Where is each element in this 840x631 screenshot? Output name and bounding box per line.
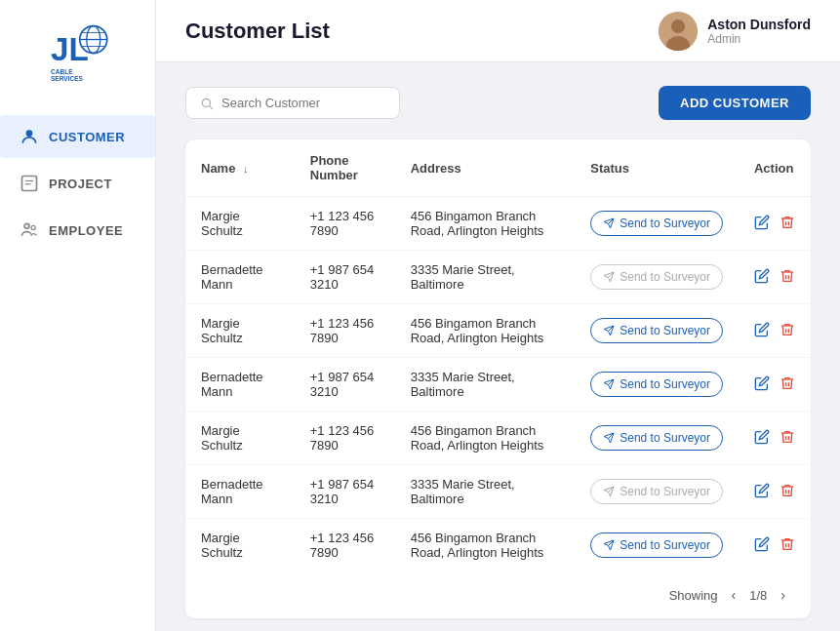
avatar-image: [659, 12, 698, 51]
trash-icon: [780, 322, 795, 337]
pencil-icon: [754, 429, 770, 445]
trash-icon: [780, 483, 795, 498]
sidebar: JL CABLE SERVICES CUSTOMER PROJECT: [0, 0, 156, 631]
send-to-surveyor-button[interactable]: Send to Surveyor: [590, 479, 723, 504]
send-to-surveyor-button[interactable]: Send to Surveyor: [590, 532, 723, 558]
svg-text:SERVICES: SERVICES: [51, 75, 84, 82]
svg-point-15: [671, 20, 685, 33]
sort-icon[interactable]: ↓: [243, 163, 249, 175]
delete-button[interactable]: [780, 536, 795, 555]
cell-name: Margie Schultz: [185, 197, 295, 251]
pencil-icon: [754, 322, 770, 337]
send-to-surveyor-button[interactable]: Send to Surveyor: [590, 264, 723, 290]
cell-name: Margie Schultz: [185, 304, 295, 358]
table-row: Margie Schultz +1 123 456 7890 456 Binga…: [185, 197, 811, 251]
pencil-icon: [754, 268, 770, 284]
customer-table: Name ↓ Phone Number Address Status Actio…: [185, 139, 811, 618]
cell-address: 3335 Marie Street, Baltimore: [395, 465, 576, 519]
edit-button[interactable]: [754, 322, 770, 340]
trash-icon: [780, 268, 795, 284]
send-to-surveyor-button[interactable]: Send to Surveyor: [590, 211, 723, 236]
project-icon: [20, 174, 39, 193]
toolbar: ADD CUSTOMER: [185, 86, 811, 120]
next-page-button[interactable]: ›: [775, 585, 791, 605]
svg-point-17: [202, 99, 210, 106]
cell-name: Bernadette Mann: [185, 358, 295, 412]
delete-button[interactable]: [780, 268, 795, 287]
cell-phone: +1 987 654 3210: [295, 465, 395, 519]
trash-icon: [780, 536, 795, 552]
col-status: Status: [575, 139, 739, 197]
cell-phone: +1 987 654 3210: [295, 251, 395, 304]
cell-action: [739, 251, 811, 304]
col-action: Action: [739, 139, 811, 197]
pagination: Showing ‹ 1/8 ›: [185, 572, 811, 618]
delete-button[interactable]: [780, 375, 795, 394]
send-icon: [603, 325, 615, 336]
cell-address: 456 Bingamon Branch Road, Arlington Heig…: [395, 519, 576, 572]
cell-status: Send to Surveyor: [575, 412, 739, 465]
edit-button[interactable]: [754, 268, 770, 287]
cell-status: Send to Surveyor: [575, 251, 739, 304]
search-box[interactable]: [185, 87, 400, 119]
user-info: Aston Dunsford Admin: [659, 12, 811, 51]
edit-button[interactable]: [754, 429, 770, 448]
search-input[interactable]: [221, 96, 385, 110]
customer-icon: [20, 127, 39, 146]
delete-button[interactable]: [780, 322, 795, 340]
cell-address: 456 Bingamon Branch Road, Arlington Heig…: [395, 304, 576, 358]
send-to-surveyor-button[interactable]: Send to Surveyor: [590, 425, 723, 451]
svg-line-18: [210, 105, 213, 108]
edit-button[interactable]: [754, 215, 770, 233]
cell-phone: +1 123 456 7890: [295, 412, 395, 465]
add-customer-button[interactable]: ADD CUSTOMER: [659, 86, 811, 120]
pencil-icon: [754, 215, 770, 230]
content-area: ADD CUSTOMER Name ↓ Phone Number Address…: [156, 62, 840, 631]
cell-status: Send to Surveyor: [575, 304, 739, 358]
edit-button[interactable]: [754, 536, 770, 555]
cell-name: Margie Schultz: [185, 519, 295, 572]
send-icon: [603, 378, 615, 390]
cell-status: Send to Surveyor: [575, 358, 739, 412]
cell-status: Send to Surveyor: [575, 197, 739, 251]
table-row: Bernadette Mann +1 987 654 3210 3335 Mar…: [185, 465, 811, 519]
page-title: Customer List: [185, 19, 330, 44]
delete-button[interactable]: [780, 429, 795, 448]
pencil-icon: [754, 375, 770, 391]
send-to-surveyor-button[interactable]: Send to Surveyor: [590, 372, 723, 397]
cell-name: Bernadette Mann: [185, 465, 295, 519]
page-info: 1/8: [749, 588, 767, 603]
cell-phone: +1 123 456 7890: [295, 197, 395, 251]
cell-phone: +1 987 654 3210: [295, 358, 395, 412]
sidebar-item-project[interactable]: PROJECT: [0, 162, 155, 205]
cell-action: [739, 197, 811, 251]
edit-button[interactable]: [754, 375, 770, 394]
trash-icon: [780, 215, 795, 230]
delete-button[interactable]: [780, 483, 795, 501]
cell-address: 3335 Marie Street, Baltimore: [395, 251, 576, 304]
logo-area: JL CABLE SERVICES: [44, 16, 112, 86]
cell-status: Send to Surveyor: [575, 519, 739, 572]
trash-icon: [780, 429, 795, 445]
prev-page-button[interactable]: ‹: [726, 585, 742, 605]
svg-text:CABLE: CABLE: [51, 68, 73, 75]
delete-button[interactable]: [780, 215, 795, 233]
avatar: [659, 12, 698, 51]
sidebar-item-customer[interactable]: CUSTOMER: [0, 115, 155, 158]
send-icon: [603, 271, 615, 283]
header: Customer List Aston Dunsford Admin: [156, 0, 840, 62]
edit-button[interactable]: [754, 483, 770, 501]
search-icon: [200, 97, 214, 110]
main-content: Customer List Aston Dunsford Admin: [156, 0, 840, 631]
user-text: Aston Dunsford Admin: [707, 17, 811, 46]
svg-point-12: [24, 223, 29, 228]
cell-name: Bernadette Mann: [185, 251, 295, 304]
table-row: Margie Schultz +1 123 456 7890 456 Binga…: [185, 519, 811, 572]
cell-phone: +1 123 456 7890: [295, 304, 395, 358]
send-icon: [603, 432, 615, 444]
send-to-surveyor-button[interactable]: Send to Surveyor: [590, 318, 723, 343]
sidebar-item-employee[interactable]: EMPLOYEE: [0, 209, 155, 252]
user-role: Admin: [707, 32, 811, 46]
showing-label: Showing: [669, 588, 718, 603]
trash-icon: [780, 375, 795, 391]
